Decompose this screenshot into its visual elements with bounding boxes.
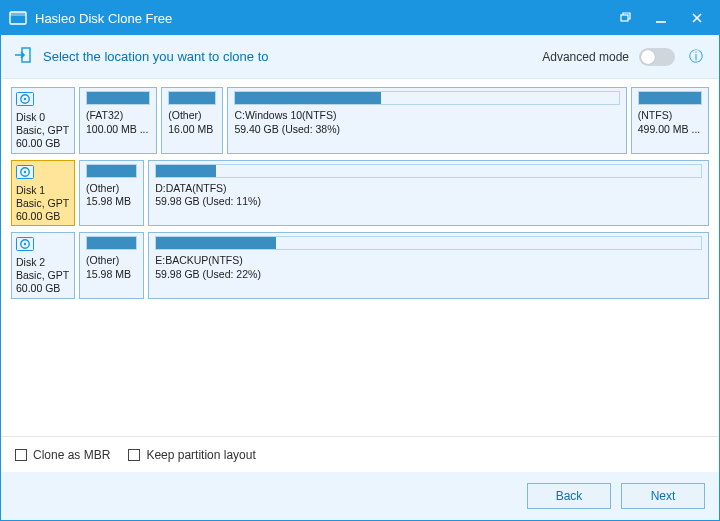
app-window: Hasleo Disk Clone Free Select the locati… [0, 0, 720, 521]
partition[interactable]: D:DATA(NTFS)59.98 GB (Used: 11%) [148, 160, 709, 227]
partition-label: (Other) [168, 109, 216, 123]
partition-label: (Other) [86, 254, 137, 268]
disk-icon [16, 237, 70, 254]
disk-icon [16, 92, 70, 109]
disks-area: Disk 0Basic, GPT60.00 GB(FAT32)100.00 MB… [1, 79, 719, 436]
disk-size: 60.00 GB [16, 282, 70, 295]
disk-name: Disk 2 [16, 256, 70, 269]
partition[interactable]: C:Windows 10(NTFS)59.40 GB (Used: 38%) [227, 87, 626, 154]
disk-partitions: (Other)15.98 MBE:BACKUP(NTFS)59.98 GB (U… [79, 232, 709, 299]
disk-header[interactable]: Disk 0Basic, GPT60.00 GB [11, 87, 75, 154]
disk-icon [16, 165, 70, 182]
disk-partitions: (Other)15.98 MBD:DATA(NTFS)59.98 GB (Use… [79, 160, 709, 227]
keep-partition-layout-label: Keep partition layout [146, 448, 255, 462]
partition[interactable]: (Other)15.98 MB [79, 160, 144, 227]
partition-usage-bar [86, 164, 137, 178]
instruction-text: Select the location you want to clone to [43, 49, 532, 64]
instruction-row: Select the location you want to clone to… [1, 35, 719, 79]
advanced-mode-label: Advanced mode [542, 50, 629, 64]
clone-as-mbr-checkbox[interactable]: Clone as MBR [15, 448, 110, 462]
partition-usage-bar [234, 91, 619, 105]
partition[interactable]: (Other)16.00 MB [161, 87, 223, 154]
partition-usage-bar [155, 236, 702, 250]
partition-label: (NTFS) [638, 109, 702, 123]
partition-label: C:Windows 10(NTFS) [234, 109, 619, 123]
disk-type: Basic, GPT [16, 124, 70, 137]
target-icon [13, 45, 33, 69]
disk-size: 60.00 GB [16, 210, 70, 223]
checkbox-box [128, 449, 140, 461]
app-icon [9, 9, 27, 27]
partition[interactable]: (NTFS)499.00 MB ... [631, 87, 709, 154]
next-button[interactable]: Next [621, 483, 705, 509]
partition-label: (Other) [86, 182, 137, 196]
disk-partitions: (FAT32)100.00 MB ...(Other)16.00 MBC:Win… [79, 87, 709, 154]
partition-size: 59.98 GB (Used: 11%) [155, 195, 702, 209]
partition[interactable]: (Other)15.98 MB [79, 232, 144, 299]
partition-usage-bar [155, 164, 702, 178]
partition-size: 16.00 MB [168, 123, 216, 137]
close-button[interactable] [683, 4, 711, 32]
partition-size: 499.00 MB ... [638, 123, 702, 137]
svg-rect-1 [10, 12, 26, 16]
partition-size: 15.98 MB [86, 195, 137, 209]
disk-header[interactable]: Disk 2Basic, GPT60.00 GB [11, 232, 75, 299]
svg-point-9 [24, 98, 26, 100]
checkbox-box [15, 449, 27, 461]
minimize-button[interactable] [647, 4, 675, 32]
svg-rect-2 [621, 15, 628, 21]
partition-usage-bar [86, 236, 137, 250]
back-button[interactable]: Back [527, 483, 611, 509]
partition-size: 15.98 MB [86, 268, 137, 282]
partition-label: (FAT32) [86, 109, 150, 123]
window-title: Hasleo Disk Clone Free [35, 11, 603, 26]
disk-name: Disk 0 [16, 111, 70, 124]
partition-size: 100.00 MB ... [86, 123, 150, 137]
disk-type: Basic, GPT [16, 269, 70, 282]
disk-row: Disk 1Basic, GPT60.00 GB(Other)15.98 MBD… [11, 160, 709, 227]
partition[interactable]: E:BACKUP(NTFS)59.98 GB (Used: 22%) [148, 232, 709, 299]
disk-name: Disk 1 [16, 184, 70, 197]
partition-usage-bar [638, 91, 702, 105]
restore-button[interactable] [611, 4, 639, 32]
svg-point-15 [24, 243, 26, 245]
help-icon[interactable]: ⓘ [685, 48, 707, 66]
keep-partition-layout-checkbox[interactable]: Keep partition layout [128, 448, 255, 462]
clone-as-mbr-label: Clone as MBR [33, 448, 110, 462]
disk-size: 60.00 GB [16, 137, 70, 150]
footer: Back Next [1, 472, 719, 520]
partition-label: D:DATA(NTFS) [155, 182, 702, 196]
svg-point-12 [24, 170, 26, 172]
disk-header[interactable]: Disk 1Basic, GPT60.00 GB [11, 160, 75, 227]
partition-usage-bar [168, 91, 216, 105]
titlebar: Hasleo Disk Clone Free [1, 1, 719, 35]
partition-size: 59.40 GB (Used: 38%) [234, 123, 619, 137]
advanced-mode-toggle[interactable] [639, 48, 675, 66]
partition-usage-bar [86, 91, 150, 105]
partition-size: 59.98 GB (Used: 22%) [155, 268, 702, 282]
disk-row: Disk 2Basic, GPT60.00 GB(Other)15.98 MBE… [11, 232, 709, 299]
disk-row: Disk 0Basic, GPT60.00 GB(FAT32)100.00 MB… [11, 87, 709, 154]
disk-type: Basic, GPT [16, 197, 70, 210]
options-row: Clone as MBR Keep partition layout [1, 436, 719, 472]
partition[interactable]: (FAT32)100.00 MB ... [79, 87, 157, 154]
partition-label: E:BACKUP(NTFS) [155, 254, 702, 268]
